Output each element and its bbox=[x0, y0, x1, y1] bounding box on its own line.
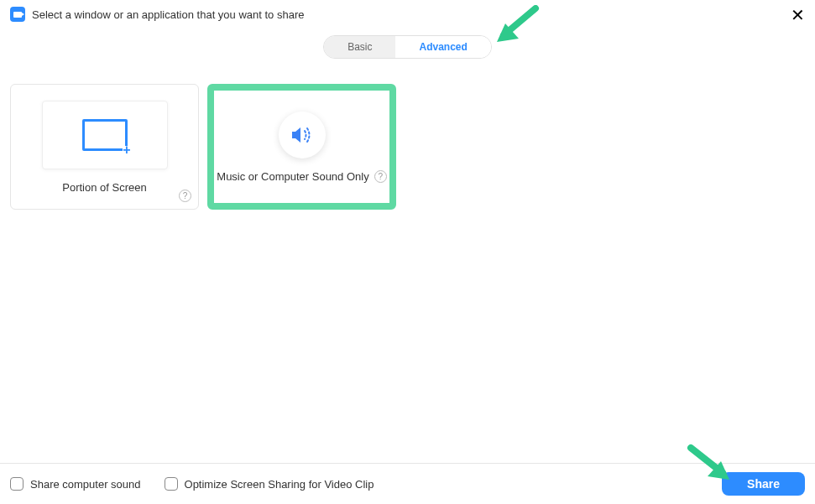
speaker-icon bbox=[290, 125, 314, 145]
close-icon[interactable]: ✕ bbox=[791, 7, 805, 23]
plus-icon: + bbox=[123, 146, 130, 154]
help-icon[interactable]: ? bbox=[374, 170, 387, 183]
sound-icon-circle bbox=[279, 112, 326, 158]
help-icon[interactable]: ? bbox=[179, 190, 191, 202]
checkbox-icon bbox=[165, 477, 178, 491]
annotation-arrow-share bbox=[684, 443, 734, 483]
annotation-arrow-tabs bbox=[494, 5, 544, 45]
checkbox-share-sound[interactable]: Share computer sound bbox=[10, 477, 141, 491]
tab-group: Basic Advanced bbox=[323, 35, 492, 59]
dialog-title: Select a window or an application that y… bbox=[32, 8, 304, 21]
checkbox-optimize-video[interactable]: Optimize Screen Sharing for Video Clip bbox=[165, 477, 374, 491]
option-music-computer-sound[interactable]: Music or Computer Sound Only ? bbox=[207, 84, 396, 210]
checkbox-share-sound-label: Share computer sound bbox=[30, 478, 141, 491]
option-sound-label: Music or Computer Sound Only bbox=[217, 170, 368, 183]
screen-portion-icon: + bbox=[82, 119, 128, 151]
checkbox-icon bbox=[10, 477, 24, 491]
tab-advanced[interactable]: Advanced bbox=[395, 36, 490, 58]
zoom-app-icon bbox=[10, 7, 25, 22]
option-portion-of-screen[interactable]: + Portion of Screen ? bbox=[10, 84, 199, 210]
option-portion-label: Portion of Screen bbox=[62, 181, 146, 194]
portion-icon-frame: + bbox=[42, 101, 168, 169]
tab-basic[interactable]: Basic bbox=[324, 36, 395, 58]
checkbox-optimize-label: Optimize Screen Sharing for Video Clip bbox=[185, 478, 374, 491]
